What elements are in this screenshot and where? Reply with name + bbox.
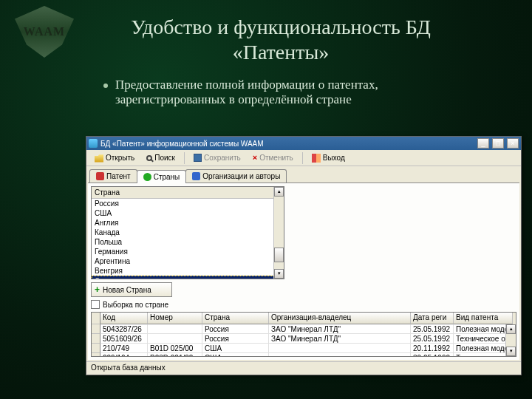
cancel-icon: × [253,154,257,162]
cell-org: ЗАО "Минерал ЛТД" [269,334,411,344]
separator [184,152,185,164]
cell-type: Техническое оформ [454,353,513,357]
bullet-item: Предоставление полной информации о патен… [103,78,473,107]
cell-date: 20.11.1992 [411,344,454,353]
logo: WAAM [15,6,74,58]
scroll-up-button[interactable]: ▴ [506,324,516,334]
patents-grid[interactable]: Код Номер Страна Организация-владелец Да… [91,312,516,357]
bullet-dot-icon [103,83,108,88]
cell-code: 5051609/26 [100,334,148,344]
cancel-button[interactable]: × Отменить [248,151,299,164]
scroll-track[interactable] [506,334,516,347]
table-row[interactable]: 5043287/26РоссияЗАО "Минерал ЛТД"25.05.1… [92,324,516,334]
cell-code: 5043287/26 [100,324,148,334]
col-country[interactable]: Страна [202,313,269,324]
list-item[interactable]: Англия [92,218,284,228]
main-panel: Страна РоссияСШААнглияКанадаПольшаГерман… [88,183,519,360]
list-item[interactable]: Канада [92,228,284,237]
row-marker [92,324,100,334]
cell-org [269,344,411,353]
filter-checkbox-label: Выборка по стране [103,301,168,309]
folder-open-icon [95,154,103,163]
scroll-down-button[interactable]: ▾ [506,347,516,356]
scroll-down-button[interactable]: ▾ [274,269,284,279]
filter-checkbox-row: Выборка по стране [91,300,516,309]
cell-country: США [202,353,269,357]
titlebar[interactable]: БД «Патент» информационной системы WAAM … [86,137,521,150]
cell-country: США [202,344,269,353]
cell-type: Техническое оформ [454,334,513,344]
table-row[interactable]: 5051609/26РоссияЗАО "Минерал ЛТД"25.05.1… [92,334,516,344]
tabs: Патент Страны Организации и авторы [86,166,521,183]
col-number[interactable]: Номер [148,313,202,324]
cell-code: 210/749 [100,344,148,353]
cell-number: B03D 001/02 [148,353,202,357]
save-button[interactable]: Сохранить [188,151,246,164]
slide-title: Удобство и функциональность БД «Патенты» [89,15,473,64]
filter-checkbox[interactable] [91,300,100,309]
open-button[interactable]: Открыть [89,151,140,165]
table-row[interactable]: 210/749B01D 025/00США20.11.1992Полезная … [92,344,516,353]
status-bar: Открыта база данных [86,361,521,375]
scrollbar[interactable]: ▴ ▾ [273,187,284,279]
add-country-button[interactable]: + Новая Страна [91,282,172,297]
list-item[interactable]: Аргентина [92,256,284,266]
toolbar: Открыть Поиск Сохранить × Отменить Выход [86,150,521,166]
cell-type: Полезная модель [454,344,513,353]
grid-header-row: Код Номер Страна Организация-владелец Да… [92,313,516,324]
list-item[interactable]: Словения [92,276,284,279]
close-button[interactable]: × [507,138,519,149]
cell-number: B01D 025/00 [148,344,202,353]
tab-countries[interactable]: Страны [137,170,187,183]
tab-patent[interactable]: Патент [89,169,137,183]
plus-icon: + [95,284,100,295]
table-row[interactable]: 209/164B03D 001/02США30.05.1990Техническ… [92,353,516,357]
cell-org: ЗАО "Минерал ЛТД" [269,324,411,334]
scroll-track[interactable] [274,197,284,269]
country-listbox[interactable]: Страна РоссияСШААнглияКанадаПольшаГерман… [91,186,284,279]
minimize-button[interactable]: _ [477,138,489,149]
cell-code: 209/164 [100,353,148,357]
app-window: БД «Патент» информационной системы WAAM … [86,136,522,375]
cell-org [269,353,411,357]
cell-number [148,334,202,344]
list-item[interactable]: Венгрия [92,266,284,276]
row-marker [92,344,100,353]
countries-tab-icon [143,173,151,181]
scroll-up-button[interactable]: ▴ [274,187,284,197]
scroll-thumb[interactable] [274,248,284,262]
exit-button[interactable]: Выход [307,151,350,165]
exit-icon [312,154,321,163]
list-item[interactable]: Германия [92,247,284,256]
row-marker [92,334,100,344]
search-icon [146,155,152,161]
row-marker-header [92,313,100,324]
col-org[interactable]: Организация-владелец [269,313,411,324]
col-date[interactable]: Дата реги [411,313,454,324]
cell-date: 25.05.1992 [411,334,454,344]
cell-country: Россия [202,324,269,334]
tab-orgs[interactable]: Организации и авторы [185,169,287,183]
col-code[interactable]: Код [100,313,148,324]
app-icon [89,139,98,148]
list-item[interactable]: Россия [92,199,284,208]
bullet-text: Предоставление полной информации о патен… [115,78,473,107]
separator [302,152,303,164]
cell-number [148,324,202,334]
window-title: БД «Патент» информационной системы WAAM [100,140,474,148]
cell-country: Россия [202,334,269,344]
orgs-tab-icon [192,172,200,180]
maximize-button[interactable]: □ [492,138,504,149]
row-marker [92,353,100,357]
cell-date: 30.05.1990 [411,353,454,357]
save-icon [194,154,202,162]
list-item[interactable]: Польша [92,237,284,247]
cell-type: Полезная модель [454,324,513,334]
list-item[interactable]: США [92,208,284,218]
patent-tab-icon [96,172,104,180]
cell-date: 25.05.1992 [411,324,454,334]
search-button[interactable]: Поиск [141,151,180,164]
list-header: Страна [92,187,284,199]
col-type[interactable]: Вид патента [454,313,513,324]
grid-scrollbar[interactable]: ▴ ▾ [505,324,516,356]
